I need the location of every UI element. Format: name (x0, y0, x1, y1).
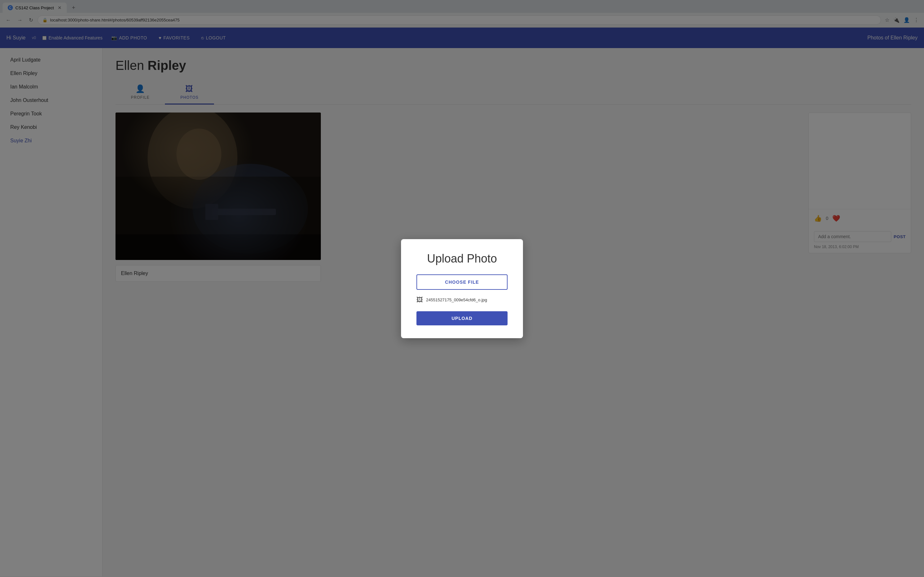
file-icon: 🖼 (417, 296, 423, 303)
upload-modal: Upload Photo CHOOSE FILE 🖼 24551527175_0… (401, 239, 523, 338)
file-info: 🖼 24551527175_009e54cfd6_o.jpg (417, 295, 507, 305)
upload-button[interactable]: UPLOAD (417, 311, 507, 326)
modal-title: Upload Photo (417, 252, 507, 266)
choose-file-button[interactable]: CHOOSE FILE (417, 274, 507, 290)
file-name: 24551527175_009e54cfd6_o.jpg (426, 298, 487, 302)
modal-overlay[interactable]: Upload Photo CHOOSE FILE 🖼 24551527175_0… (0, 0, 924, 576)
